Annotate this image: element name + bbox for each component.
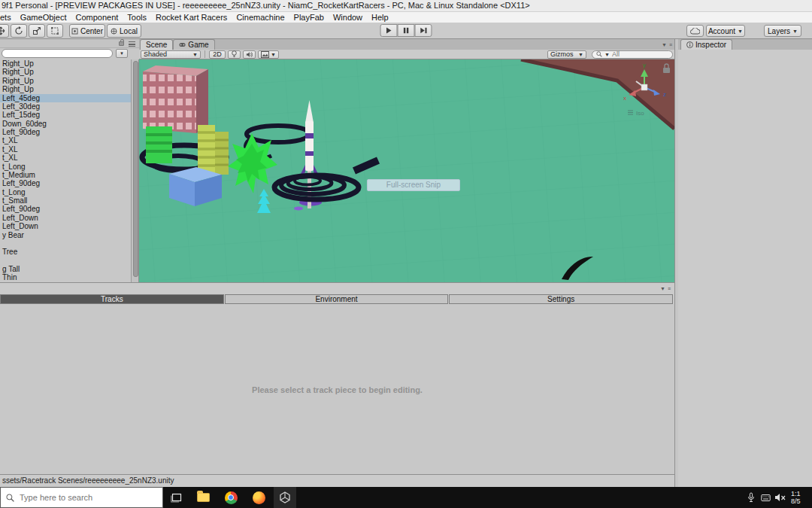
menu-item[interactable]: Cinemachine: [236, 13, 284, 22]
scene-3d-render: y z x Iso: [139, 59, 674, 282]
2d-label: 2D: [213, 50, 222, 58]
unity-taskbar-button[interactable]: [274, 487, 296, 508]
menu-item[interactable]: GameObject: [20, 13, 67, 22]
hierarchy-item[interactable]: [0, 239, 131, 248]
scene-lighting-button[interactable]: [228, 50, 241, 59]
menu-item[interactable]: Tools: [127, 13, 147, 22]
space-local-button[interactable]: Local: [107, 24, 141, 38]
gizmos-dropdown[interactable]: Gizmos▼: [547, 50, 586, 59]
hierarchy-item[interactable]: Down_60deg: [0, 120, 131, 128]
tab-scene[interactable]: Scene: [140, 39, 173, 50]
divider: [205, 50, 205, 58]
hierarchy-item[interactable]: Left_15deg: [0, 111, 131, 119]
file-explorer-button[interactable]: [192, 487, 214, 508]
hierarchy-item[interactable]: Tree: [0, 248, 131, 256]
menu-item[interactable]: Rocket Kart Racers: [156, 13, 227, 22]
menu-item[interactable]: Help: [371, 13, 389, 22]
task-view-icon: [171, 492, 183, 503]
scene-search-field[interactable]: ▼ All: [592, 50, 673, 59]
move-tool-button[interactable]: [0, 24, 9, 38]
lock-icon[interactable]: [119, 41, 124, 46]
firefox-icon: [253, 491, 265, 504]
bottom-panel-icons: ▼≡: [660, 286, 673, 294]
rect-tool-button[interactable]: [47, 24, 63, 38]
step-button[interactable]: [415, 24, 432, 37]
hierarchy-search-input[interactable]: [2, 49, 113, 58]
touch-keyboard-icon: [761, 494, 771, 502]
panel-menu-icon[interactable]: [129, 41, 135, 47]
2d-toggle-button[interactable]: 2D: [209, 50, 226, 59]
pivot-center-button[interactable]: Center: [69, 24, 105, 38]
hierarchy-item[interactable]: t_Medium: [0, 171, 131, 179]
hierarchy-item[interactable]: Thin: [0, 273, 131, 281]
task-view-button[interactable]: [165, 487, 188, 508]
tray-keyboard[interactable]: [761, 487, 771, 508]
axis-y-label: y: [643, 62, 646, 68]
layers-dropdown[interactable]: Layers▼: [764, 25, 801, 37]
tray-volume[interactable]: [774, 487, 786, 508]
hierarchy-item[interactable]: Left_90deg: [0, 128, 131, 136]
tab-tracks[interactable]: Tracks: [0, 294, 224, 304]
pause-button[interactable]: [398, 24, 415, 37]
hierarchy-item[interactable]: Left_90deg: [0, 205, 131, 213]
hierarchy-scrollbar[interactable]: [131, 59, 139, 282]
menu-item[interactable]: PlayFab: [294, 13, 324, 22]
scene-audio-button[interactable]: [243, 50, 256, 59]
account-dropdown[interactable]: Account▼: [706, 25, 745, 37]
hierarchy-item[interactable]: t_Small: [0, 196, 131, 205]
move-tool-icon: [0, 26, 5, 35]
hierarchy-item[interactable]: t_XL: [0, 145, 131, 154]
shading-mode-dropdown[interactable]: Shaded▼: [141, 50, 201, 59]
hierarchy-item[interactable]: Right_Up: [0, 68, 131, 76]
panel-menu-icon[interactable]: ≡: [668, 286, 671, 291]
chevron-down-icon: ▼: [604, 52, 610, 57]
tab-game[interactable]: Game: [173, 39, 214, 50]
menu-item[interactable]: Window: [333, 13, 362, 22]
chevron-down-icon[interactable]: ▼: [660, 286, 665, 291]
scene-effects-dropdown[interactable]: ▼: [258, 50, 279, 59]
scale-tool-button[interactable]: [29, 24, 45, 38]
hierarchy-item[interactable]: Left_Down: [0, 222, 131, 230]
status-bar: ssets/Racetrack Scenes/reeeeeeeee_25nNZ3…: [0, 474, 674, 487]
pivot-icon: [71, 28, 78, 35]
search-filter-dropdown[interactable]: ▼: [116, 49, 128, 58]
rotate-tool-button[interactable]: [11, 24, 27, 38]
tray-mic[interactable]: [747, 487, 756, 508]
tab-settings[interactable]: Settings: [449, 294, 673, 304]
tab-inspector[interactable]: Inspector: [680, 39, 732, 50]
chevron-down-icon[interactable]: ▼: [662, 42, 667, 47]
hierarchy-item[interactable]: t_Long: [0, 163, 131, 171]
hierarchy-item[interactable]: Left_45deg: [0, 94, 131, 102]
tray-clock[interactable]: 1:1 8/5: [791, 490, 812, 505]
hierarchy-item[interactable]: t_Long: [0, 188, 131, 196]
hierarchy-item[interactable]: t_XL: [0, 136, 131, 144]
play-button[interactable]: [380, 24, 398, 37]
fullscreen-snip-overlay[interactable]: Full-screen Snip: [367, 179, 460, 191]
play-icon: [386, 27, 392, 34]
hierarchy-item[interactable]: Left_30deg: [0, 102, 131, 111]
scene-viewport[interactable]: y z x Iso Full-screen Snip: [139, 59, 674, 282]
menu-item[interactable]: ets: [0, 13, 11, 22]
menu-item[interactable]: Component: [75, 13, 118, 22]
scrollbar-thumb[interactable]: [133, 61, 138, 277]
chrome-button[interactable]: [220, 487, 242, 508]
hierarchy-item[interactable]: [0, 257, 131, 265]
taskbar-search[interactable]: [0, 487, 163, 508]
axis-z-label: z: [663, 91, 666, 98]
hierarchy-item[interactable]: Right_Up: [0, 59, 131, 68]
hierarchy-item[interactable]: Left_Down: [0, 214, 131, 222]
hierarchy-item[interactable]: g Tall: [0, 265, 131, 273]
taskbar-search-input[interactable]: [20, 493, 147, 502]
blue-box: [169, 167, 222, 206]
cloud-services-button[interactable]: [686, 25, 704, 37]
hierarchy-item[interactable]: Left_90deg: [0, 179, 131, 187]
tab-environment[interactable]: Environment: [225, 294, 449, 304]
hierarchy-item[interactable]: t_XL: [0, 154, 131, 162]
rect-tool-icon: [50, 26, 59, 35]
lightbulb-icon: [231, 50, 238, 58]
panel-menu-icon[interactable]: ≡: [669, 42, 672, 47]
hierarchy-item[interactable]: y Bear: [0, 231, 131, 239]
hierarchy-item[interactable]: Right_Up: [0, 77, 131, 85]
browser-button[interactable]: [247, 487, 270, 508]
hierarchy-item[interactable]: Right_Up: [0, 85, 131, 93]
